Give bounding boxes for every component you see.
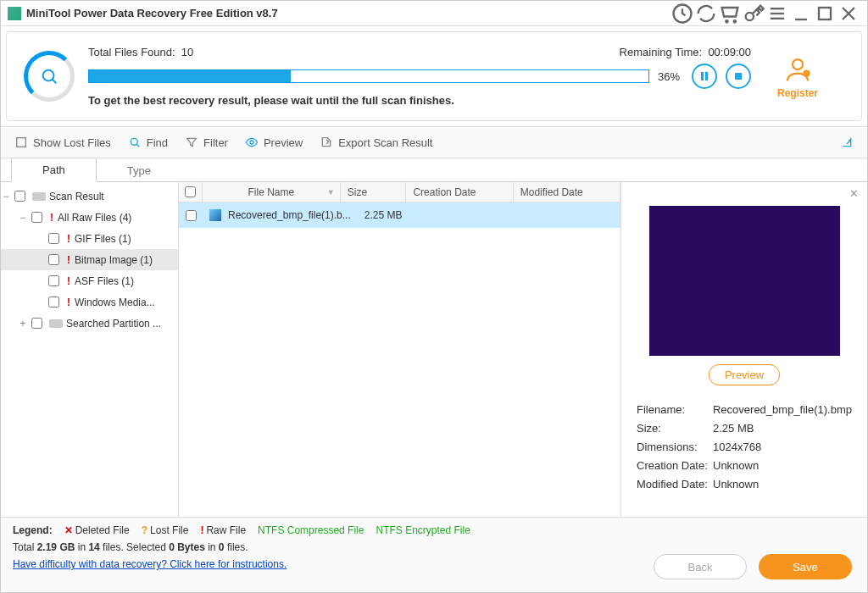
meta-cdate-value: Unknown — [713, 457, 759, 475]
drive-icon — [49, 319, 63, 328]
close-button[interactable] — [837, 3, 860, 24]
filter-button[interactable]: Filter — [185, 136, 228, 149]
sort-icon: ▼ — [327, 188, 335, 197]
svg-point-11 — [43, 70, 54, 81]
tree-bitmap-image[interactable]: !Bitmap Image (1) — [1, 249, 178, 270]
meta-filename-value: Recovered_bmp_file(1).bmp — [713, 401, 852, 419]
save-button[interactable]: Save — [759, 554, 852, 579]
preview-open-button[interactable]: Preview — [709, 364, 780, 385]
progress-bar — [88, 69, 649, 83]
tree-checkbox[interactable] — [31, 318, 42, 329]
minimize-button[interactable] — [789, 3, 813, 24]
meta-size-label: Size: — [637, 419, 713, 438]
footer: Legend: ✕Deleted File ?Lost File !Raw Fi… — [1, 517, 867, 591]
preview-panel: ✕ Preview Filename:Recovered_bmp_file(1)… — [621, 182, 867, 517]
app-title: MiniTool Power Data Recovery Free Editio… — [26, 7, 670, 19]
svg-rect-20 — [17, 138, 26, 147]
tab-type[interactable]: Type — [97, 159, 181, 182]
svg-rect-13 — [701, 72, 704, 80]
svg-point-3 — [746, 12, 754, 19]
register-button[interactable]: Register — [751, 54, 844, 99]
col-name[interactable]: File Name▼ — [203, 182, 341, 202]
update-icon[interactable] — [694, 3, 718, 24]
meta-mdate-value: Unknown — [713, 475, 759, 494]
tab-path[interactable]: Path — [11, 158, 97, 182]
pause-button[interactable] — [692, 64, 717, 89]
scan-message: To get the best recovery result, please … — [88, 94, 751, 107]
title-bar: MiniTool Power Data Recovery Free Editio… — [1, 1, 867, 26]
col-size[interactable]: Size — [341, 182, 407, 202]
column-headers: File Name▼ Size Creation Date Modified D… — [179, 182, 620, 202]
meta-dimensions-value: 1024x768 — [713, 438, 761, 457]
view-tabs: Path Type — [1, 158, 867, 182]
raw-file-icon: ! — [66, 275, 71, 287]
raw-file-icon: ! — [49, 212, 54, 224]
scan-panel: Total Files Found: 10 Remaining Time: 00… — [6, 31, 862, 121]
svg-point-1 — [726, 20, 727, 22]
legend: Legend: ✕Deleted File ?Lost File !Raw Fi… — [13, 524, 855, 536]
tree-asf-files[interactable]: !ASF Files (1) — [1, 270, 178, 291]
drive-icon — [32, 192, 46, 201]
share-icon[interactable] — [840, 136, 854, 149]
close-preview-icon[interactable]: ✕ — [849, 187, 859, 200]
maximize-button[interactable] — [813, 3, 837, 24]
raw-file-icon: ! — [66, 254, 71, 266]
bmp-file-icon — [209, 209, 221, 221]
folder-tree: −Scan Result −!All Raw Files (4) !GIF Fi… — [1, 182, 179, 517]
tree-checkbox[interactable] — [48, 254, 59, 265]
total-files-label: Total Files Found: 10 — [88, 46, 193, 58]
tree-gif-files[interactable]: !GIF Files (1) — [1, 228, 178, 249]
svg-rect-14 — [705, 72, 708, 80]
svg-point-23 — [250, 141, 253, 144]
totals-text: Total 2.19 GB in 14 files. Selected 0 By… — [13, 541, 855, 553]
svg-point-2 — [734, 20, 736, 22]
legend-encrypted: NTFS Encrypted File — [376, 524, 470, 536]
col-creation-date[interactable]: Creation Date — [406, 182, 513, 202]
app-logo-icon — [8, 7, 21, 20]
file-row[interactable]: Recovered_bmp_file(1).b... 2.25 MB — [179, 202, 620, 228]
meta-cdate-label: Creation Date: — [637, 457, 713, 475]
raw-file-icon: ! — [66, 296, 71, 308]
preview-button[interactable]: Preview — [245, 136, 303, 149]
history-icon[interactable] — [670, 3, 694, 24]
tree-checkbox[interactable] — [48, 296, 59, 308]
row-checkbox[interactable] — [186, 210, 197, 221]
tree-scan-result[interactable]: −Scan Result — [1, 186, 178, 207]
back-button[interactable]: Back — [654, 554, 747, 579]
legend-compressed: NTFS Compressed File — [258, 524, 364, 536]
svg-rect-8 — [819, 8, 831, 19]
legend-raw: !Raw File — [200, 524, 246, 536]
col-checkbox[interactable] — [179, 182, 203, 202]
stop-button[interactable] — [726, 64, 751, 89]
action-toolbar: Show Lost Files Find Filter Preview Expo… — [1, 126, 867, 158]
export-button[interactable]: Export Scan Result — [320, 136, 432, 149]
col-modified-date[interactable]: Modified Date — [514, 182, 620, 202]
find-button[interactable]: Find — [128, 136, 168, 149]
tree-windows-media[interactable]: !Windows Media... — [1, 291, 178, 313]
register-label: Register — [751, 87, 844, 99]
file-size-text: 2.25 MB — [358, 209, 420, 221]
remaining-time-label: Remaining Time: 00:09:00 — [620, 46, 751, 58]
file-name-text: Recovered_bmp_file(1).b... — [228, 209, 351, 221]
tree-checkbox[interactable] — [48, 275, 59, 286]
tree-checkbox[interactable] — [14, 191, 25, 202]
tree-searched-partition[interactable]: +Searched Partition ... — [1, 313, 178, 334]
show-lost-files-button[interactable]: Show Lost Files — [14, 136, 111, 149]
key-icon[interactable] — [742, 3, 765, 24]
meta-filename-label: Filename: — [637, 401, 713, 419]
workspace: −Scan Result −!All Raw Files (4) !GIF Fi… — [1, 182, 867, 517]
svg-line-22 — [136, 144, 139, 147]
file-list: File Name▼ Size Creation Date Modified D… — [179, 182, 621, 517]
legend-title: Legend: — [13, 524, 53, 536]
cart-icon[interactable] — [718, 3, 742, 24]
tree-checkbox[interactable] — [48, 233, 59, 244]
raw-file-icon: ! — [66, 233, 71, 245]
meta-size-value: 2.25 MB — [713, 419, 754, 438]
tree-all-raw-files[interactable]: −!All Raw Files (4) — [1, 207, 178, 228]
menu-icon[interactable] — [765, 3, 789, 24]
scan-spinner-icon — [24, 51, 75, 102]
legend-lost: ?Lost File — [142, 524, 189, 536]
legend-deleted: ✕Deleted File — [64, 524, 130, 536]
tree-checkbox[interactable] — [31, 212, 42, 223]
meta-dimensions-label: Dimensions: — [637, 438, 713, 457]
